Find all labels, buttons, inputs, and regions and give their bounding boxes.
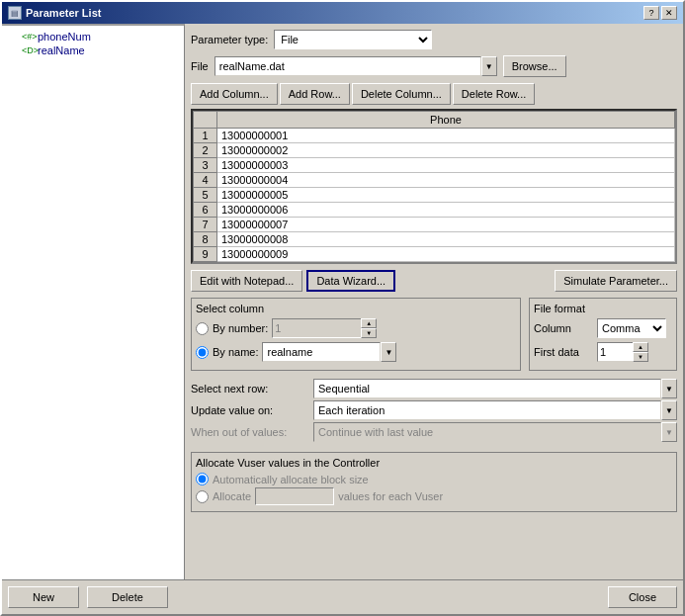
column-format-label: Column — [534, 322, 593, 334]
data-wizard-button[interactable]: Data Wizard... — [306, 270, 395, 292]
manual-allocate-label: Allocate — [213, 490, 251, 502]
table-row[interactable]: 813000000008 — [194, 232, 675, 247]
when-out-label: When out of values: — [191, 426, 309, 438]
row-phone: 13000000003 — [217, 158, 675, 173]
sequential-section: Select next row: ▼ Update value on: ▼ Wh… — [191, 379, 677, 444]
auto-allocate-label: Automatically allocate block size — [213, 474, 369, 485]
select-column-section: Select column By number: ▲ ▼ — [191, 298, 521, 371]
toolbar-row: Add Column... Add Row... Delete Column..… — [191, 83, 677, 105]
row-number: 6 — [194, 203, 217, 218]
row-number: 4 — [194, 173, 217, 188]
simulate-button[interactable]: Simulate Parameter... — [555, 270, 677, 292]
by-name-dropdown-arrow[interactable]: ▼ — [381, 342, 396, 362]
select-column-title: Select column — [196, 303, 516, 314]
row-phone: 13000000008 — [217, 232, 675, 247]
table-row[interactable]: 913000000009 — [194, 247, 675, 262]
close-title-button[interactable]: ✕ — [661, 6, 677, 20]
row-phone: 13000000004 — [217, 173, 675, 188]
param-type-label: Parameter type: — [191, 34, 268, 45]
title-bar: ▤ Parameter List ? ✕ — [2, 2, 683, 24]
sidebar-item-phonenum[interactable]: <#> phoneNum — [6, 30, 180, 44]
tree-icon-realname: <D> — [22, 45, 36, 55]
first-data-down[interactable]: ▼ — [633, 352, 648, 362]
delete-row-button[interactable]: Delete Row... — [453, 83, 535, 105]
sidebar-label-realname: realName — [38, 44, 85, 56]
right-panel: Parameter type: File Table User-Defined … — [185, 24, 683, 579]
allocate-value-input[interactable] — [255, 487, 334, 505]
by-number-row: By number: ▲ ▼ — [196, 318, 516, 338]
row-phone: 13000000002 — [217, 143, 675, 158]
file-input[interactable] — [214, 56, 481, 76]
update-value-input[interactable] — [313, 400, 661, 420]
column-format-select[interactable]: Comma Tab Space — [597, 318, 666, 338]
when-out-arrow[interactable]: ▼ — [661, 422, 677, 442]
table-row[interactable]: 213000000002 — [194, 143, 675, 158]
file-format-section: File format Column Comma Tab Space First… — [529, 298, 677, 371]
select-next-row-label: Select next row: — [191, 383, 309, 395]
row-phone: 13000000007 — [217, 218, 675, 232]
first-data-label: First data — [534, 346, 593, 358]
table-row[interactable]: 513000000005 — [194, 188, 675, 203]
row-number: 8 — [194, 232, 217, 247]
sidebar-item-realname[interactable]: <D> realName — [6, 44, 180, 57]
table-row[interactable]: 113000000001 — [194, 129, 675, 143]
allocate-title: Allocate Vuser values in the Controller — [196, 457, 672, 469]
by-name-input[interactable] — [262, 342, 381, 362]
by-number-label: By number: — [213, 322, 268, 334]
help-button[interactable]: ? — [643, 6, 659, 20]
browse-button[interactable]: Browse... — [503, 55, 566, 77]
update-value-label: Update value on: — [191, 404, 309, 416]
allocate-section: Allocate Vuser values in the Controller … — [191, 452, 677, 512]
parameter-list-window: ▤ Parameter List ? ✕ <#> phoneNum <D> re… — [0, 0, 685, 616]
table-row[interactable]: 313000000003 — [194, 158, 675, 173]
sidebar: <#> phoneNum <D> realName — [2, 24, 185, 579]
row-phone: 13000000001 — [217, 129, 675, 143]
main-content: <#> phoneNum <D> realName Parameter type… — [2, 24, 683, 579]
auto-allocate-radio[interactable] — [196, 473, 209, 485]
data-table: Phone 1130000000012130000000023130000000… — [193, 111, 675, 262]
row-phone: 13000000009 — [217, 247, 675, 262]
by-name-row: By name: ▼ — [196, 342, 516, 362]
when-out-input[interactable] — [313, 422, 661, 442]
param-type-select[interactable]: File Table User-Defined — [274, 30, 432, 49]
row-phone: 13000000006 — [217, 203, 675, 218]
file-dropdown-arrow[interactable]: ▼ — [481, 56, 497, 76]
table-row[interactable]: 413000000004 — [194, 173, 675, 188]
file-format-title: File format — [534, 303, 672, 314]
by-number-radio[interactable] — [196, 322, 209, 335]
bottom-section: Select column By number: ▲ ▼ — [191, 298, 677, 371]
tree-icon-phonenum: <#> — [22, 32, 36, 42]
col-header-num — [194, 112, 217, 129]
add-column-button[interactable]: Add Column... — [191, 83, 278, 105]
sidebar-label-phonenum: phoneNum — [38, 31, 91, 43]
first-data-input[interactable] — [597, 342, 633, 362]
row-number: 9 — [194, 247, 217, 262]
window-title: Parameter List — [26, 7, 101, 19]
update-value-arrow[interactable]: ▼ — [661, 400, 677, 420]
row-number: 2 — [194, 143, 217, 158]
by-name-label: By name: — [213, 346, 258, 358]
by-number-input[interactable] — [272, 318, 361, 338]
row-number: 5 — [194, 188, 217, 203]
first-data-up[interactable]: ▲ — [633, 342, 648, 352]
number-down-arrow[interactable]: ▼ — [361, 328, 377, 338]
col-header-phone: Phone — [217, 112, 675, 129]
table-row[interactable]: 613000000006 — [194, 203, 675, 218]
manual-allocate-suffix: values for each Vuser — [338, 490, 443, 502]
delete-column-button[interactable]: Delete Column... — [352, 83, 451, 105]
row-number: 7 — [194, 218, 217, 232]
table-row[interactable]: 713000000007 — [194, 218, 675, 232]
file-label: File — [191, 60, 209, 72]
select-next-row-arrow[interactable]: ▼ — [661, 379, 677, 398]
row-number: 3 — [194, 158, 217, 173]
manual-allocate-radio[interactable] — [196, 490, 209, 503]
file-row: File ▼ Browse... — [191, 55, 677, 77]
row-number: 1 — [194, 129, 217, 143]
add-row-button[interactable]: Add Row... — [280, 83, 350, 105]
param-type-row: Parameter type: File Table User-Defined — [191, 30, 677, 49]
row-phone: 13000000005 — [217, 188, 675, 203]
number-up-arrow[interactable]: ▲ — [361, 318, 377, 328]
by-name-radio[interactable] — [196, 346, 209, 359]
edit-notepad-button[interactable]: Edit with Notepad... — [191, 270, 302, 292]
select-next-row-input[interactable] — [313, 379, 661, 398]
